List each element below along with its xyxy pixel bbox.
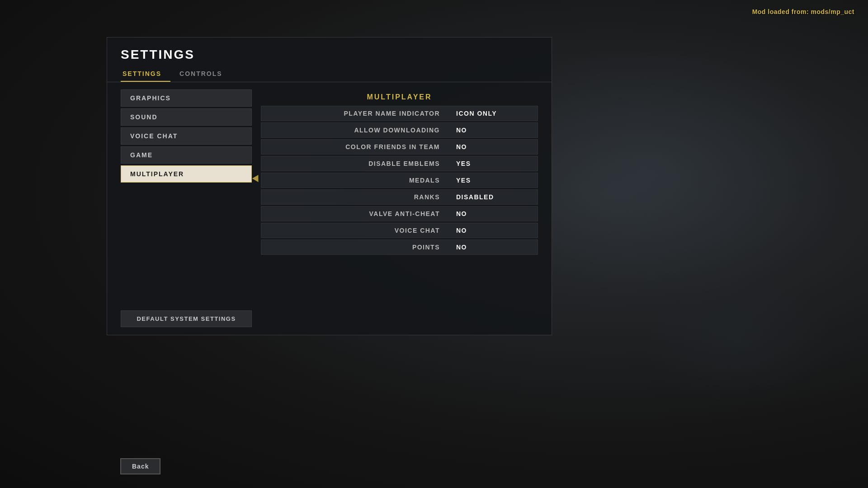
sidebar-item-sound[interactable]: SOUND — [121, 108, 252, 126]
setting-row-points[interactable]: POINTS NO — [261, 239, 538, 255]
sidebar-spacer — [121, 184, 252, 305]
setting-value-player-name-indicator: ICON ONLY — [447, 106, 538, 121]
setting-row-ranks[interactable]: RANKS DISABLED — [261, 189, 538, 205]
sidebar-item-multiplayer[interactable]: MULTIPLAYER — [121, 165, 252, 183]
setting-row-voice-chat[interactable]: VOICE CHAT NO — [261, 223, 538, 238]
setting-row-player-name-indicator[interactable]: PLAYER NAME INDICATOR ICON ONLY — [261, 106, 538, 121]
right-panel: MULTIPLAYER PLAYER NAME INDICATOR ICON O… — [261, 89, 538, 327]
setting-value-color-friends-in-team: NO — [447, 140, 538, 154]
sidebar-item-voice-chat[interactable]: VOICE CHAT — [121, 127, 252, 145]
setting-label-points: POINTS — [261, 240, 447, 254]
setting-row-valve-anti-cheat[interactable]: VALVE ANTI-CHEAT NO — [261, 206, 538, 221]
setting-label-color-friends-in-team: COLOR FRIENDS IN TEAM — [261, 140, 447, 154]
setting-row-color-friends-in-team[interactable]: COLOR FRIENDS IN TEAM NO — [261, 139, 538, 155]
sidebar-item-graphics[interactable]: GRAPHICS — [121, 89, 252, 107]
tab-bar: SETTINGS CONTROLS — [107, 66, 552, 82]
section-title: MULTIPLAYER — [261, 89, 538, 106]
setting-value-medals: YES — [447, 173, 538, 188]
settings-table: PLAYER NAME INDICATOR ICON ONLY ALLOW DO… — [261, 106, 538, 255]
tab-controls[interactable]: CONTROLS — [178, 66, 231, 82]
setting-label-voice-chat: VOICE CHAT — [261, 223, 447, 238]
setting-label-player-name-indicator: PLAYER NAME INDICATOR — [261, 106, 447, 121]
setting-label-ranks: RANKS — [261, 190, 447, 204]
setting-label-allow-downloading: ALLOW DOWNLOADING — [261, 123, 447, 137]
setting-value-disable-emblems: YES — [447, 156, 538, 171]
setting-row-allow-downloading[interactable]: ALLOW DOWNLOADING NO — [261, 122, 538, 138]
sidebar-item-game[interactable]: GAME — [121, 146, 252, 164]
default-system-settings-button[interactable]: DEFAULT SYSTEM SETTINGS — [121, 310, 252, 327]
back-button[interactable]: Back — [120, 458, 160, 474]
setting-label-disable-emblems: DISABLE EMBLEMS — [261, 156, 447, 171]
setting-row-medals[interactable]: MEDALS YES — [261, 173, 538, 188]
content-area: GRAPHICS SOUND VOICE CHAT GAME MULTIPLAY… — [107, 82, 552, 334]
setting-value-valve-anti-cheat: NO — [447, 206, 538, 221]
sidebar: GRAPHICS SOUND VOICE CHAT GAME MULTIPLAY… — [121, 89, 252, 327]
tab-settings[interactable]: SETTINGS — [121, 66, 170, 82]
mod-info: Mod loaded from: mods/mp_uct — [752, 8, 854, 15]
setting-value-voice-chat: NO — [447, 223, 538, 238]
settings-dialog: SETTINGS SETTINGS CONTROLS GRAPHICS SOUN… — [107, 37, 552, 335]
setting-label-medals: MEDALS — [261, 173, 447, 188]
setting-value-ranks: DISABLED — [447, 190, 538, 204]
setting-label-valve-anti-cheat: VALVE ANTI-CHEAT — [261, 206, 447, 221]
setting-value-points: NO — [447, 240, 538, 254]
setting-value-allow-downloading: NO — [447, 123, 538, 137]
setting-row-disable-emblems[interactable]: DISABLE EMBLEMS YES — [261, 156, 538, 171]
dialog-title: SETTINGS — [107, 38, 552, 66]
